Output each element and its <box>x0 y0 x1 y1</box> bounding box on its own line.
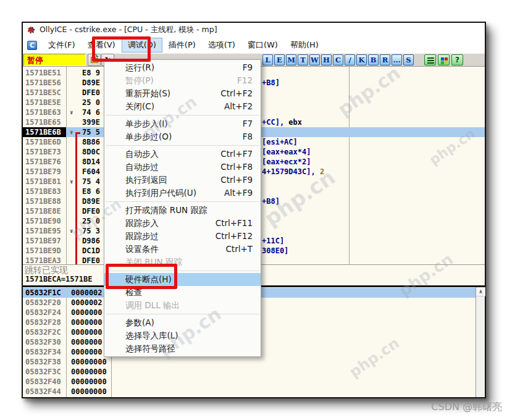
disasm-address: 1571BE81 <box>25 177 61 187</box>
disasm-address: 1571BE6D <box>25 137 61 147</box>
disasm-instruction: +CC], ebx <box>262 117 302 127</box>
dump-value: 0000002 <box>71 288 103 298</box>
dump-value: 0000000 <box>71 308 103 317</box>
menu-shortcut: F7 <box>243 117 253 130</box>
dump-address: 05832F20 <box>25 298 61 308</box>
dump-address: 05832F2C <box>25 327 61 337</box>
dump-row[interactable]: 05832F4400000000 <box>23 387 476 397</box>
dump-value: 0000000 <box>71 337 103 347</box>
disasm-address: 1571BE90 <box>25 216 61 226</box>
menu-top-item[interactable]: 选项(T) <box>202 38 241 52</box>
debug-menu-item-6[interactable]: 自动步入Ctrl+F7 <box>104 148 261 161</box>
dump-value: 00000000 <box>71 387 107 397</box>
debug-menu-item-13[interactable]: 设置条件Ctrl+T <box>104 243 261 256</box>
dump-address: 05832F30 <box>25 337 61 347</box>
toolbar-letter-button-B[interactable]: B <box>368 54 379 65</box>
disasm-address: 1571BE76 <box>25 157 61 167</box>
dump-row[interactable]: 05832F3C00000000 <box>23 367 476 377</box>
dump-value: 00000000 <box>71 357 107 367</box>
menu-shortcut: Ctrl+F2 <box>220 87 253 100</box>
debug-menu-item-8[interactable]: 执行到返回Ctrl+F9 <box>104 174 261 187</box>
disasm-hex: 8D14 <box>82 157 100 167</box>
dump-row[interactable]: 05832F3800000000 <box>23 357 476 367</box>
menu-separator <box>106 201 259 202</box>
menu-separator <box>106 314 259 314</box>
disasm-instruction: +B8] <box>262 78 280 88</box>
menu-top-item[interactable]: 插件(P) <box>162 38 202 52</box>
debug-menu-item-7[interactable]: 自动步过Ctrl+F8 <box>104 161 261 174</box>
dump-address: 05832F3C <box>25 367 61 377</box>
appearance-colors-icon[interactable] <box>438 54 450 65</box>
debug-menu-item-2[interactable]: 重新开始(S)Ctrl+F2 <box>104 87 261 100</box>
dump-value: 0000000 <box>71 347 103 357</box>
debug-menu-item-19[interactable]: 选择导入库(L) <box>104 329 261 342</box>
disasm-instruction: 4+1579D43C], 2 <box>262 167 324 177</box>
toolbar-letter-button-more[interactable]: ... <box>392 54 402 65</box>
menu-separator <box>106 115 259 116</box>
toolbar-letter-buttons: LEMTWHC/KBR...S <box>262 54 414 65</box>
dump-address: 05832F44 <box>25 387 61 397</box>
disasm-hex: 25 0 <box>82 98 100 107</box>
dump-address: 05832F40 <box>25 377 61 387</box>
menu-shortcut: Ctrl+F8 <box>220 161 253 174</box>
dump-value: 0000000 <box>71 327 103 337</box>
debug-menu-item-3[interactable]: 关闭(C)Alt+F2 <box>104 100 261 113</box>
debug-menu-item-10[interactable]: 打开或清除 RUN 跟踪 <box>104 204 261 217</box>
toolbar-letter-button-W[interactable]: W <box>309 54 320 65</box>
toolbar-letter-button-M[interactable]: M <box>286 54 296 65</box>
dump-value: 0000002 <box>71 298 103 308</box>
toolbar-letter-button-slash[interactable]: / <box>345 54 355 65</box>
debug-menu-item-0[interactable]: 运行(R)F9 <box>104 61 261 74</box>
cpu-child-window-icon[interactable]: C <box>27 41 37 50</box>
disasm-address: 1571BE56 <box>25 78 61 88</box>
disasm-address: 1571BE88 <box>25 196 61 206</box>
disasm-instruction: [esi+AC] <box>262 137 298 147</box>
jump-down-icon: ∨ <box>70 127 73 137</box>
scroll-up-icon[interactable]: ∧ <box>476 287 485 296</box>
annotation-rect-debug-menu <box>92 36 151 62</box>
window-title: OllyICE - cstrike.exe - [CPU - 主线程, 模块 -… <box>40 25 217 35</box>
disasm-address: 1571BE97 <box>25 236 61 246</box>
toolbar-option-buttons: ? <box>424 54 463 65</box>
disasm-hex: DFE0 <box>82 88 100 98</box>
disasm-instruction: +B8] <box>262 196 280 206</box>
dump-row[interactable]: 05832F4000000000 <box>23 377 476 387</box>
toolbar-letter-button-R[interactable]: R <box>380 54 390 65</box>
toolbar-letter-button-C[interactable]: C <box>333 54 343 65</box>
toolbar-letter-button-K[interactable]: K <box>356 54 367 65</box>
disasm-address: 1571BE6B <box>23 127 66 137</box>
disasm-address: 1571BE73 <box>25 147 61 157</box>
debug-menu-item-20[interactable]: 选择符号路径 <box>104 342 261 355</box>
toolbar-letter-button-H[interactable]: H <box>321 54 332 65</box>
toolbar-letter-button-T[interactable]: T <box>298 54 308 65</box>
dump-address: 05832F1C <box>25 288 61 298</box>
menu-top-item[interactable]: 窗口(W) <box>241 38 284 52</box>
menu-top-item[interactable]: 文件(F) <box>42 38 82 52</box>
menu-shortcut: Ctrl+F11 <box>216 217 253 230</box>
dump-scrollbar[interactable]: ∧ <box>476 287 485 397</box>
jump-target-text: 1571BECA=1571BE <box>25 275 92 284</box>
debug-menu-item-9[interactable]: 执行到用户代码(U)Alt+F9 <box>104 187 261 200</box>
debug-menu-item-12[interactable]: 跟踪步过Ctrl+F12 <box>104 230 261 243</box>
list-options-icon[interactable] <box>424 54 436 65</box>
toolbar-letter-button-E[interactable]: E <box>274 54 285 65</box>
debug-menu-item-11[interactable]: 跟踪步入Ctrl+F11 <box>104 217 261 230</box>
help-icon[interactable]: ? <box>451 54 463 65</box>
dump-value: 0000000 <box>71 317 103 327</box>
toolbar-letter-button-L[interactable]: L <box>262 54 273 65</box>
debug-menu-item-4[interactable]: 单步步入(I)F7 <box>104 117 261 130</box>
dump-address: 05832F28 <box>25 317 61 327</box>
disasm-hex: 74 6 <box>82 107 100 117</box>
jump-down-icon: ∨ <box>70 226 73 236</box>
menu-top-item[interactable]: 帮助(H) <box>284 38 325 52</box>
title-bar[interactable]: ∗∗ OllyICE - cstrike.exe - [CPU - 主线程, 模… <box>23 23 485 37</box>
disasm-hex: 8B86 <box>82 137 100 147</box>
disasm-hex: D89E <box>82 78 100 88</box>
debug-menu-item-18[interactable]: 参数(A) <box>104 316 261 329</box>
toolbar-letter-button-S[interactable]: S <box>403 54 414 65</box>
debug-menu-item-5[interactable]: 单步步过(O)F8 <box>104 130 261 143</box>
menu-shortcut: Ctrl+F12 <box>216 230 253 243</box>
disasm-address: 1571BE8E <box>25 206 61 216</box>
disasm-address: 1571BE51 <box>25 68 61 78</box>
disasm-address: 1571BE5C <box>25 88 61 98</box>
